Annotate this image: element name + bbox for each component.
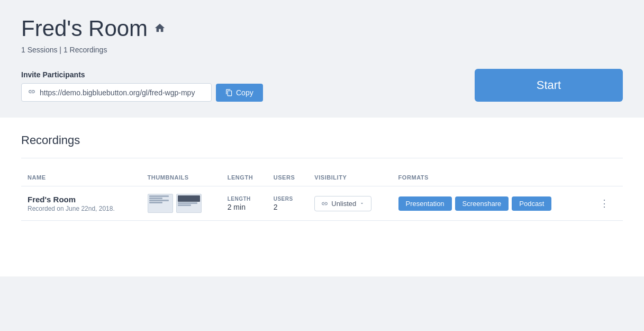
- bottom-section: Recordings NAME THUMBNAILS LENGTH USERS …: [0, 118, 644, 276]
- col-name: NAME: [21, 169, 141, 186]
- col-actions: [591, 169, 623, 186]
- room-title: Fred's Room: [21, 16, 148, 41]
- recording-name: Fred's Room: [28, 195, 135, 204]
- invite-url-text: https://demo.bigbluebutton.org/gl/fred-w…: [40, 88, 195, 97]
- col-length: LENGTH: [221, 169, 267, 186]
- thumbnail-2: [176, 194, 202, 213]
- more-actions-cell[interactable]: ⋮: [591, 186, 623, 221]
- title-row: Fred's Room: [21, 16, 623, 41]
- copy-label: Copy: [236, 88, 253, 97]
- thumbnails-cell: [141, 186, 221, 221]
- podcast-button[interactable]: Podcast: [512, 196, 551, 211]
- table-row: Fred's Room Recorded on June 22nd, 2018.: [21, 186, 623, 221]
- recordings-table: NAME THUMBNAILS LENGTH USERS VISIBILITY …: [21, 169, 623, 221]
- visibility-cell: Unlisted: [308, 186, 392, 221]
- users-cell: USERS 2: [267, 186, 309, 221]
- invite-section: Invite Participants https://demo.bigblue…: [21, 70, 263, 102]
- users-sublabel: USERS: [274, 196, 302, 202]
- presentation-button[interactable]: Presentation: [398, 196, 452, 211]
- divider: [21, 158, 623, 158]
- link-small-icon: [321, 200, 328, 207]
- start-button[interactable]: Start: [475, 69, 623, 102]
- recordings-title: Recordings: [21, 133, 623, 147]
- chevron-down-icon: [359, 201, 365, 206]
- thumbnail-1: [148, 194, 173, 213]
- copy-icon: [225, 89, 233, 96]
- length-value: 2 min: [228, 203, 261, 211]
- invite-url-box: https://demo.bigbluebutton.org/gl/fred-w…: [21, 83, 212, 102]
- screenshare-button[interactable]: Screenshare: [455, 196, 509, 211]
- invite-label: Invite Participants: [21, 70, 263, 79]
- recording-name-cell: Fred's Room Recorded on June 22nd, 2018.: [21, 186, 141, 221]
- col-formats: FORMATS: [392, 169, 591, 186]
- invite-start-row: Invite Participants https://demo.bigblue…: [21, 69, 623, 102]
- length-cell: LENGTH 2 min: [221, 186, 267, 221]
- visibility-label: Unlisted: [331, 200, 356, 208]
- col-users: USERS: [267, 169, 309, 186]
- recording-date: Recorded on June 22nd, 2018.: [28, 205, 135, 212]
- top-section: Fred's Room 1 Sessions | 1 Recordings In…: [0, 0, 644, 118]
- copy-button[interactable]: Copy: [216, 84, 263, 102]
- home-icon: [154, 22, 166, 37]
- table-header-row: NAME THUMBNAILS LENGTH USERS VISIBILITY …: [21, 169, 623, 186]
- link-icon: [28, 88, 35, 97]
- col-visibility: VISIBILITY: [308, 169, 392, 186]
- col-thumbnails: THUMBNAILS: [141, 169, 221, 186]
- invite-input-row: https://demo.bigbluebutton.org/gl/fred-w…: [21, 83, 263, 102]
- more-options-icon[interactable]: ⋮: [597, 196, 611, 211]
- formats-cell: Presentation Screenshare Podcast: [392, 186, 591, 221]
- visibility-button[interactable]: Unlisted: [314, 196, 371, 211]
- length-sublabel: LENGTH: [228, 196, 261, 202]
- users-value: 2: [274, 203, 302, 211]
- sessions-info: 1 Sessions | 1 Recordings: [21, 46, 623, 54]
